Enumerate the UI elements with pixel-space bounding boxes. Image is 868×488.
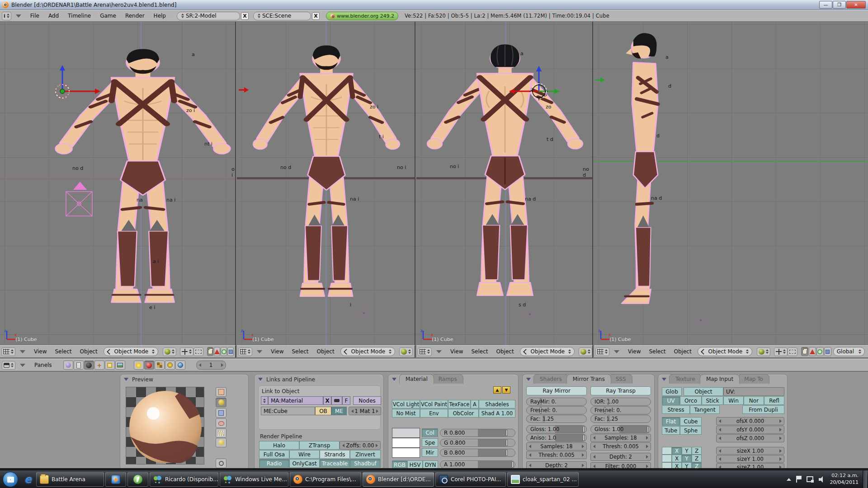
viewport-type-button[interactable] <box>595 347 609 356</box>
draw-type-button[interactable] <box>163 347 176 356</box>
frame-number-field[interactable]: 1 <box>196 361 226 370</box>
mode-stepper[interactable] <box>746 349 749 354</box>
viewport-type-stepper[interactable] <box>427 349 430 354</box>
vcol-paint-button[interactable]: VCol Paint <box>420 400 448 408</box>
mode-dropdown[interactable]: Object Mode <box>520 347 575 356</box>
flat-button[interactable]: Flat <box>662 417 680 426</box>
strands-button[interactable]: Strands <box>320 450 350 459</box>
axis-z-1[interactable]: Z <box>692 447 702 455</box>
task-windows-live[interactable]: Windows Live Me... <box>220 472 288 487</box>
draw-type-button[interactable] <box>579 347 592 356</box>
script-context-button[interactable] <box>74 361 84 370</box>
scene-stepper[interactable] <box>258 14 260 18</box>
collapse-triangle-icon[interactable] <box>124 378 128 381</box>
preview-hair-button[interactable] <box>216 428 226 438</box>
tab-ramps[interactable]: Ramps <box>432 374 463 384</box>
r-slider[interactable]: R 0.800 <box>440 429 515 437</box>
buttons-type-stepper[interactable] <box>11 363 14 367</box>
pivot-button[interactable] <box>774 347 788 356</box>
select-menu[interactable]: Select <box>467 348 492 355</box>
square-manipulator-button[interactable] <box>824 347 831 356</box>
preview-alpha-button[interactable] <box>216 459 226 468</box>
transform-manipulator[interactable] <box>505 65 577 124</box>
viewport-type-button[interactable] <box>1 347 15 356</box>
mode-dropdown[interactable]: Object Mode <box>698 347 753 356</box>
samples-tra-field[interactable]: Samples: 18 <box>590 434 651 442</box>
tab-mirror-transp[interactable]: Mirror Trans <box>566 374 611 384</box>
minimize-button[interactable]: — <box>819 1 832 9</box>
ob-link-button[interactable]: OB <box>315 407 331 415</box>
material-subcontext-button[interactable] <box>144 361 154 370</box>
viewport-type-stepper[interactable] <box>248 349 250 354</box>
select-menu[interactable]: Select <box>645 348 670 355</box>
mode-stepper[interactable] <box>568 349 571 354</box>
pivot-stepper[interactable] <box>189 349 192 354</box>
mode-stepper[interactable] <box>389 349 392 354</box>
viewport-2[interactable]: azo it ino ino dna ii (1) Cube <box>237 22 415 345</box>
tab-texture[interactable]: Texture <box>669 374 702 384</box>
object-menu[interactable]: Object <box>313 348 339 355</box>
tab-shaders[interactable]: Shaders <box>533 374 568 384</box>
object-menu[interactable]: Object <box>492 348 518 355</box>
tray-expand-icon[interactable] <box>787 478 791 481</box>
task-blender-program-files[interactable]: C:\Program Files\... <box>290 472 361 487</box>
onlycast-button[interactable]: OnlyCast <box>289 459 320 468</box>
material-name-field[interactable]: MA:Material <box>268 396 323 405</box>
shadeless-button[interactable]: Shadeles <box>479 400 515 408</box>
menu-render[interactable]: Render <box>121 13 149 19</box>
col-button[interactable]: Col <box>422 428 438 437</box>
screen-stepper[interactable] <box>181 14 184 18</box>
spe-button[interactable]: Spe <box>422 438 438 447</box>
ofsz-field[interactable]: ofsZ 0.000 <box>716 434 784 442</box>
select-menu[interactable]: Select <box>288 348 312 355</box>
halo-button[interactable]: Halo <box>259 441 299 450</box>
draw-type-stepper[interactable] <box>172 349 175 354</box>
menu-game[interactable]: Game <box>95 13 121 19</box>
refl-button[interactable]: Refl <box>764 396 784 405</box>
blender-version-button[interactable]: www.blender.org 249.2 <box>326 12 398 20</box>
orientation-stepper[interactable] <box>859 349 861 354</box>
task-messenger-ricardo[interactable]: Ricardo (Disponib... <box>150 472 218 487</box>
collapse-triangle-icon[interactable] <box>392 378 396 381</box>
uv-button[interactable]: UV <box>662 396 680 405</box>
obcolor-button[interactable]: ObColor <box>448 409 479 418</box>
material-unlink-button[interactable]: X <box>323 396 331 405</box>
manipulator-toggle-button[interactable] <box>193 347 203 356</box>
fresnel-mir-slider[interactable]: Fresnel: 0. <box>526 406 587 414</box>
orco-button[interactable]: Orco <box>680 396 702 405</box>
material-move-up-button[interactable]: ▲ <box>493 386 501 394</box>
tab-material[interactable]: Material <box>399 374 434 384</box>
material-move-down-button[interactable]: ▼ <box>502 386 510 394</box>
menu-file[interactable]: File <box>26 13 44 19</box>
axis-none-2[interactable] <box>662 455 672 462</box>
win-button[interactable]: Win <box>723 396 744 405</box>
translate-manipulator-button[interactable] <box>207 347 213 356</box>
scale-manipulator-button[interactable] <box>221 347 227 356</box>
task-media-player[interactable] <box>105 472 126 487</box>
wire-button[interactable]: Wire <box>289 450 320 459</box>
tab-map-to[interactable]: Map To <box>738 374 769 384</box>
header-menu-icon[interactable] <box>257 350 262 353</box>
tube-button[interactable]: Tube <box>662 426 680 435</box>
pivot-button[interactable] <box>180 347 193 356</box>
axis-z-2[interactable]: Z <box>692 455 702 462</box>
nodes-button[interactable]: Nodes <box>353 396 381 405</box>
pivot-stepper[interactable] <box>783 349 786 354</box>
raymir-slider[interactable]: RayMir: 0. <box>526 398 587 406</box>
task-battle-arena[interactable]: Battle Arena <box>36 472 104 487</box>
vcol-light-button[interactable]: VCol Light <box>392 400 420 408</box>
material-browse-button[interactable] <box>261 396 268 405</box>
gloss-mir-slider[interactable]: Gloss: 1.00 <box>526 425 587 433</box>
translate-manipulator-button[interactable] <box>801 347 808 356</box>
sizey-field[interactable]: sizeY 1.00 <box>716 455 784 463</box>
ray-transp-button[interactable]: Ray Transp <box>590 386 651 395</box>
material-fake-user-button[interactable]: F <box>342 396 350 405</box>
mode-stepper[interactable] <box>152 349 155 354</box>
draw-type-stepper[interactable] <box>408 349 411 354</box>
texface-button[interactable]: TexFace <box>448 400 471 408</box>
ztransp-button[interactable]: ZTransp <box>299 441 340 450</box>
window-titlebar[interactable]: Blender [d:\ORDENAR1\Battle Arena\hero2u… <box>0 0 868 10</box>
axis-y-1[interactable]: Y <box>682 447 692 455</box>
viewport-type-stepper[interactable] <box>11 349 14 354</box>
rotate-manipulator-button[interactable] <box>809 347 816 356</box>
